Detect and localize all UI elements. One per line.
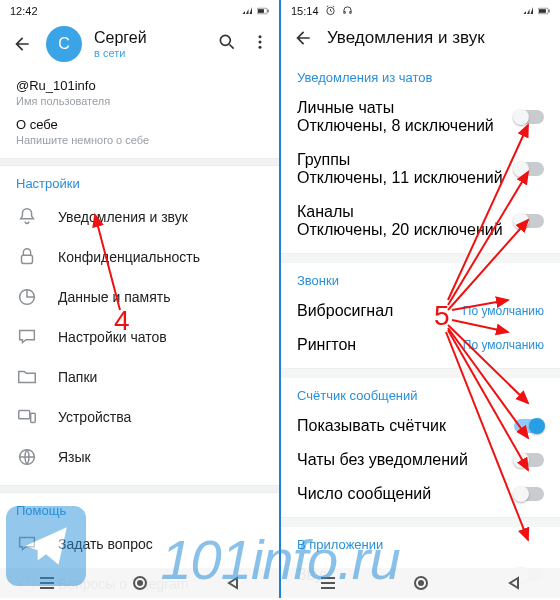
profile-name: Сергей: [94, 29, 205, 47]
menu-row-globe[interactable]: Язык: [0, 437, 279, 477]
chart-icon: [16, 286, 38, 308]
setting-Чаты без уведомлений[interactable]: Чаты без уведомлений: [281, 443, 560, 477]
status-icons: [242, 6, 269, 16]
menu-row-devices[interactable]: Устройства: [0, 397, 279, 437]
menu-label: Конфиденциальность: [58, 249, 200, 265]
menu-row-lock[interactable]: Конфиденциальность: [0, 237, 279, 277]
setting-Личные чаты[interactable]: Личные чатыОтключены, 8 исключений: [281, 91, 560, 143]
setting-value: По умолчанию: [463, 304, 544, 318]
status-icons: [523, 6, 550, 16]
svg-rect-9: [19, 411, 30, 419]
nav-menu-icon[interactable]: [308, 573, 348, 593]
nav-home-icon[interactable]: [401, 573, 441, 593]
back-button[interactable]: [10, 32, 34, 56]
svg-rect-18: [549, 10, 550, 13]
setting-Вибросигнал[interactable]: ВибросигналПо умолчанию: [281, 294, 560, 328]
menu-row-bell[interactable]: Уведомления и звук: [0, 197, 279, 237]
setting-Число сообщений[interactable]: Число сообщений: [281, 477, 560, 511]
svg-rect-7: [22, 255, 33, 263]
section-calls: Звонки: [281, 263, 560, 294]
search-icon[interactable]: [217, 32, 237, 56]
setting-value: По умолчанию: [463, 338, 544, 352]
menu-label: Настройки чатов: [58, 329, 167, 345]
more-icon[interactable]: [251, 33, 269, 55]
screen-notifications: 15:14 Уведомления и звук Уведомления из …: [281, 0, 560, 598]
menu-label: Уведомления и звук: [58, 209, 188, 225]
status-bar: 15:14: [281, 0, 560, 20]
status-time: 15:14: [291, 5, 319, 17]
lock-icon: [16, 246, 38, 268]
globe-icon: [16, 446, 38, 468]
setting-Рингтон[interactable]: РингтонПо умолчанию: [281, 328, 560, 362]
toggle[interactable]: [514, 487, 544, 501]
setting-Группы[interactable]: ГруппыОтключены, 11 исключений: [281, 143, 560, 195]
setting-label: Рингтон: [297, 336, 356, 354]
setting-label: Группы: [297, 151, 503, 169]
menu-row-chat[interactable]: Настройки чатов: [0, 317, 279, 357]
setting-Показывать счётчик[interactable]: Показывать счётчик: [281, 409, 560, 443]
nav-back-icon[interactable]: [494, 573, 534, 593]
android-navbar: [281, 568, 560, 598]
setting-label: Личные чаты: [297, 99, 494, 117]
headphones-icon: [342, 5, 353, 18]
svg-point-3: [220, 35, 230, 45]
status-time: 12:42: [10, 5, 38, 17]
about-title[interactable]: О себе: [16, 117, 263, 132]
menu-label: Данные и память: [58, 289, 170, 305]
toggle[interactable]: [514, 214, 544, 228]
svg-point-4: [259, 35, 262, 38]
page-title: Уведомления и звук: [327, 28, 550, 48]
svg-point-20: [418, 580, 424, 586]
svg-rect-1: [258, 9, 264, 13]
username[interactable]: @Ru_101info: [16, 78, 263, 93]
toggle[interactable]: [514, 110, 544, 124]
svg-rect-10: [31, 413, 36, 422]
username-label: Имя пользователя: [16, 95, 263, 107]
setting-label: Показывать счётчик: [297, 417, 446, 435]
annotation-4: 4: [114, 305, 130, 337]
nav-home-icon[interactable]: [120, 573, 160, 593]
svg-point-5: [259, 41, 262, 44]
chat-icon: [16, 326, 38, 348]
setting-label: Каналы: [297, 203, 503, 221]
profile-status: в сети: [94, 47, 205, 59]
section-counter: Счётчик сообщений: [281, 378, 560, 409]
setting-label: Чаты без уведомлений: [297, 451, 468, 469]
section-settings: Настройки: [0, 166, 279, 197]
svg-rect-17: [539, 9, 546, 13]
bell-icon: [16, 206, 38, 228]
menu-label: Язык: [58, 449, 91, 465]
setting-label: Число сообщений: [297, 485, 431, 503]
alarm-icon: [325, 5, 336, 18]
setting-Каналы[interactable]: КаналыОтключены, 20 исключений: [281, 195, 560, 247]
status-bar: 12:42: [0, 0, 279, 20]
svg-point-14: [137, 580, 143, 586]
setting-sub: Отключены, 20 исключений: [297, 221, 503, 239]
folder-icon: [16, 366, 38, 388]
setting-label: Вибросигнал: [297, 302, 393, 320]
menu-row-folder[interactable]: Папки: [0, 357, 279, 397]
section-chat-notifications: Уведомления из чатов: [281, 60, 560, 91]
back-button[interactable]: [291, 26, 315, 50]
toggle[interactable]: [514, 419, 544, 433]
menu-label: Устройства: [58, 409, 131, 425]
devices-icon: [16, 406, 38, 428]
svg-point-6: [259, 46, 262, 49]
annotation-5: 5: [434, 300, 450, 332]
watermark-logo: [6, 506, 86, 586]
section-in-app: В приложении: [281, 527, 560, 558]
setting-sub: Отключены, 11 исключений: [297, 169, 503, 187]
menu-row-chart[interactable]: Данные и память: [0, 277, 279, 317]
nav-back-icon[interactable]: [213, 573, 253, 593]
toggle[interactable]: [514, 162, 544, 176]
svg-rect-2: [268, 10, 269, 13]
setting-sub: Отключены, 8 исключений: [297, 117, 494, 135]
menu-label: Папки: [58, 369, 97, 385]
toggle[interactable]: [514, 453, 544, 467]
avatar[interactable]: C: [46, 26, 82, 62]
about-sub: Напишите немного о себе: [16, 134, 263, 146]
